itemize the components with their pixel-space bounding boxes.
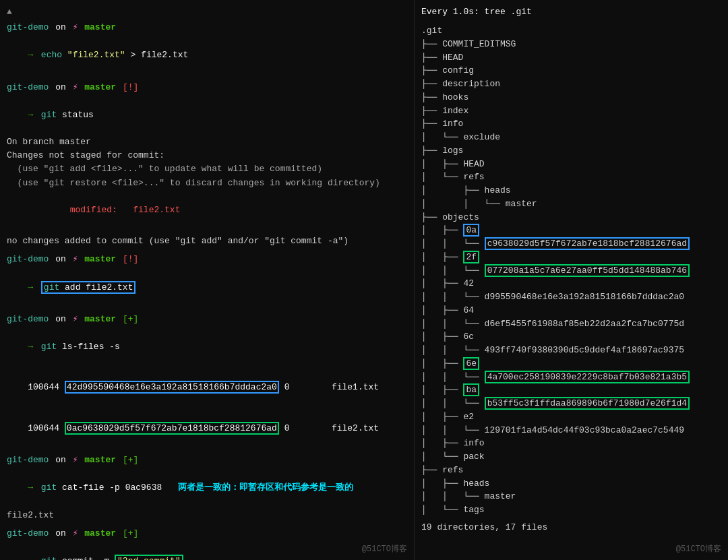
tree-obj-64: │ ├── 64 — [421, 304, 721, 317]
arrow-marker: ▲ — [7, 5, 407, 19]
label-same: 两者是一致的：即暂存区和代码参考是一致的 — [178, 483, 353, 493]
tree-logs-master: │ │ └── master — [421, 197, 721, 211]
status-no-changes: no changes added to commit (use "git add… — [7, 235, 407, 248]
tree-obj-pack: │ └── pack — [421, 450, 721, 464]
tree-head: ├── HEAD — [421, 51, 721, 65]
tree-index: ├── index — [421, 104, 721, 118]
tree-obj-64-hash: │ │ └── d6ef5455f61988af85eb22d2aa2fca7b… — [421, 317, 721, 331]
tree-obj-e2: │ ├── e2 — [421, 410, 721, 424]
cat-file-blob-output: file2.txt — [7, 509, 407, 522]
status-hint-2: (use "git restore <file>..." to discard … — [7, 177, 407, 190]
prompt-ls-files: git-demo on ⚡ master [+] — [7, 312, 407, 327]
prompt-commit: git-demo on ⚡ master [+] — [7, 526, 407, 541]
tree-logs-refs: │ └── refs — [421, 170, 721, 184]
tree-obj-6e: │ ├── 6e — [421, 357, 721, 371]
tree-obj-6c: │ ├── 6c — [421, 330, 721, 344]
tree-obj-42-hash: │ │ └── d995590468e16e3a192a81518166b7dd… — [421, 290, 721, 304]
right-header: Every 1.0s: tree .git — [421, 5, 721, 19]
prompt-echo: git-demo on ⚡ master — [7, 20, 407, 35]
prompt-git-status: git-demo on ⚡ master [!] — [7, 80, 407, 95]
prompt-cat-file-blob: git-demo on ⚡ master [+] — [7, 453, 407, 468]
status-hint-1: (use "git add <file>..." to update what … — [7, 162, 407, 176]
tree-summary: 19 directories, 17 files — [421, 521, 721, 534]
prompt-git-add: git-demo on ⚡ master [!] — [7, 252, 407, 267]
watermark-right: @51CTO博客 — [676, 543, 721, 555]
ls-file-1: 100644 42d995590468e16e3a192a81518166b7d… — [7, 367, 407, 408]
tree-refs-tags: │ └── tags — [421, 503, 721, 517]
tree-obj-42: │ ├── 42 — [421, 277, 721, 290]
tree-obj-ba: │ ├── ba — [421, 383, 721, 397]
right-panel: Every 1.0s: tree .git .git ├── COMMIT_ED… — [415, 0, 728, 560]
tree-refs-master: │ │ └── master — [421, 490, 721, 503]
tree-description: ├── description — [421, 77, 721, 91]
tree-config: ├── config — [421, 64, 721, 77]
tree-obj-2f: │ ├── 2f — [421, 251, 721, 264]
cmd-cat-file-blob: → git cat-file -p 0ac9638 两者是一致的：即暂存区和代码… — [7, 468, 407, 508]
prompt-user: git-demo — [7, 20, 49, 35]
cmd-echo: → echo "file2.txt" > file2.txt — [7, 35, 407, 75]
tree-obj-info: │ ├── info — [421, 437, 721, 450]
tree-refs-heads: │ ├── heads — [421, 477, 721, 491]
tree-root: .git — [421, 24, 721, 38]
tree-info: ├── info — [421, 117, 721, 131]
watermark: @51CTO博客 — [362, 543, 407, 555]
tree-logs: ├── logs — [421, 144, 721, 158]
cmd-ls-files: → git ls-files -s — [7, 327, 407, 367]
tree-refs: ├── refs — [421, 464, 721, 477]
tree-objects: ├── objects — [421, 211, 721, 224]
tree-logs-head: │ ├── HEAD — [421, 158, 721, 171]
tree-obj-0a-hash: │ │ └── c9638029d5f57f672ab7e1818bcf2881… — [421, 237, 721, 251]
tree-obj-e2-hash: │ │ └── 129701f1a4d54dc44f03c93bca0a2aec… — [421, 424, 721, 437]
status-modified: modified: file2.txt — [7, 190, 407, 230]
tree-obj-2f-hash: │ │ └── 077208a1a5c7a6e27aa0ff5d5dd14848… — [421, 264, 721, 278]
tree-hooks: ├── hooks — [421, 91, 721, 104]
tree-obj-6c-hash: │ │ └── 493ff740f9380390d5c9ddef4af18697… — [421, 344, 721, 357]
tree-obj-ba-hash: │ │ └── b53ff5c3f1ffdaa869896b6f71980d7e… — [421, 397, 721, 410]
status-output-2: Changes not staged for commit: — [7, 149, 407, 162]
tree-logs-heads: │ ├── heads — [421, 184, 721, 197]
left-panel: ▲ git-demo on ⚡ master → echo "file2.txt… — [0, 0, 415, 560]
tree-obj-6e-hash: │ │ └── 4a700ec258190839e2229c8baf7b03e8… — [421, 371, 721, 384]
ls-file-2: 100644 0ac9638029d5f57f672ab7e1818bcf288… — [7, 408, 407, 449]
cmd-git-add: → git add file2.txt — [7, 267, 407, 307]
cmd-git-status: → git status — [7, 95, 407, 135]
status-output-1: On branch master — [7, 135, 407, 149]
tree-info-exclude: │ └── exclude — [421, 131, 721, 144]
tree-commit-editmsg: ├── COMMIT_EDITMSG — [421, 38, 721, 51]
tree-obj-0a: │ ├── 0a — [421, 224, 721, 237]
cmd-commit: → git commit -m "2nd commit" — [7, 541, 407, 560]
